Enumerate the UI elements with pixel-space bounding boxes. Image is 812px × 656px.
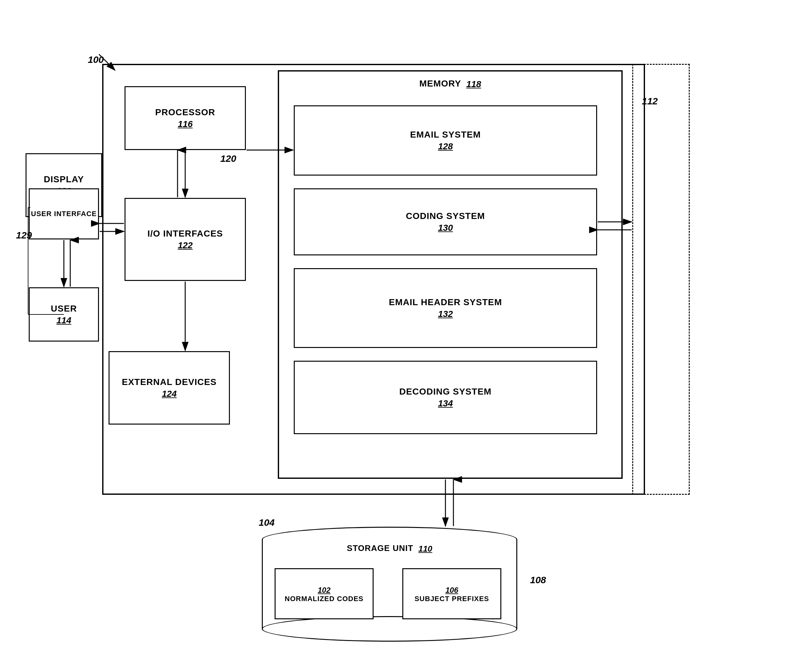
email-header-system-box: EMAIL HEADER SYSTEM 132 [294, 268, 597, 348]
email-header-label: EMAIL HEADER SYSTEM [389, 297, 502, 308]
decoding-system-label: DECODING SYSTEM [400, 386, 492, 397]
io-interfaces-label: I/O INTERFACES [147, 228, 223, 239]
storage-unit-container: STORAGE UNIT 110 102 NORMALIZED CODES 10… [262, 527, 517, 642]
coding-system-label: CODING SYSTEM [406, 211, 485, 221]
user-number: 114 [57, 316, 71, 326]
normalized-codes-number: 102 [318, 586, 330, 595]
normalized-codes-box: 102 NORMALIZED CODES [274, 568, 373, 619]
processor-box: PROCESSOR 116 [124, 86, 246, 150]
processor-label: PROCESSOR [155, 107, 215, 118]
io-interfaces-box: I/O INTERFACES 122 [124, 198, 246, 281]
user-interface-label: USER INTERFACE [31, 210, 97, 218]
display-label: DISPLAY [44, 174, 84, 185]
email-header-number: 132 [438, 309, 453, 319]
email-system-box: EMAIL SYSTEM 128 [294, 105, 597, 176]
email-system-label: EMAIL SYSTEM [410, 129, 481, 140]
storage-title: STORAGE UNIT 110 [262, 543, 517, 554]
decoding-system-number: 134 [438, 398, 453, 408]
label-112: 112 [642, 96, 658, 107]
user-box: USER 114 [29, 287, 99, 342]
storage-number: 110 [418, 544, 432, 554]
io-interfaces-number: 122 [178, 240, 193, 251]
label-108: 108 [530, 575, 546, 585]
subject-prefixes-box: 106 SUBJECT PREFIXES [402, 568, 501, 619]
coding-system-number: 130 [438, 223, 453, 233]
label-104: 104 [259, 517, 274, 528]
external-devices-number: 124 [162, 389, 177, 399]
memory-label: MEMORY [419, 78, 461, 89]
external-devices-label: EXTERNAL DEVICES [122, 377, 217, 388]
label-120: 120 [220, 153, 236, 164]
subject-prefixes-number: 106 [445, 586, 458, 595]
user-label: USER [51, 303, 77, 314]
normalized-codes-label: NORMALIZED CODES [285, 595, 364, 603]
processor-number: 116 [178, 119, 193, 129]
memory-number: 118 [466, 79, 481, 90]
diagram: 112 PROCESSOR 116 MEMORY 118 EMAIL SYSTE… [0, 0, 812, 656]
external-devices-box: EXTERNAL DEVICES 124 [108, 351, 230, 425]
coding-system-box: CODING SYSTEM 130 [294, 188, 597, 255]
subject-prefixes-label: SUBJECT PREFIXES [414, 595, 489, 603]
label-100: 100 [88, 54, 104, 65]
decoding-system-box: DECODING SYSTEM 134 [294, 361, 597, 434]
dashed-box-112 [632, 64, 690, 495]
user-interface-box: USER INTERFACE [29, 188, 99, 240]
email-system-number: 128 [438, 141, 453, 152]
label-129: 129 [16, 230, 32, 241]
storage-ellipse-bottom [262, 616, 517, 642]
storage-label: STORAGE UNIT [347, 543, 413, 553]
